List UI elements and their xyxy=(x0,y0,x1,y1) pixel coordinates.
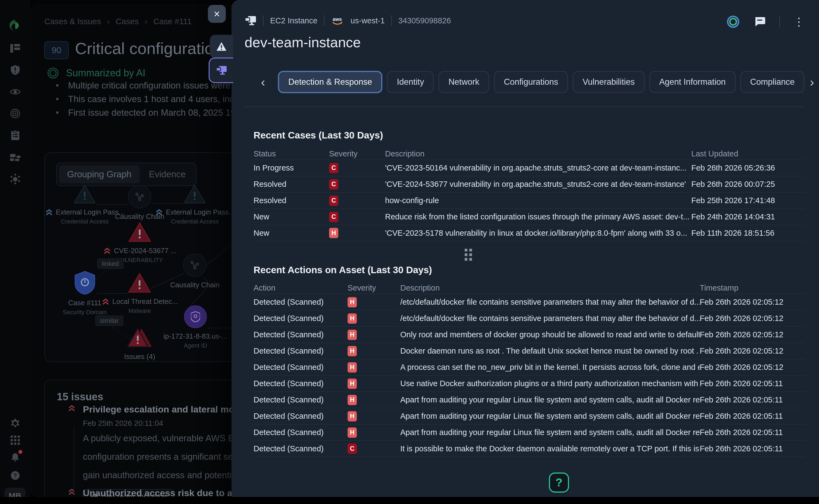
brand-logo[interactable] xyxy=(9,19,21,32)
case-last-updated: Feb 24th 2026 14:04:31 xyxy=(691,212,805,221)
severity-chevrons-icon xyxy=(68,405,76,412)
graph-tab[interactable]: Evidence xyxy=(141,165,194,183)
breadcrumb-item[interactable]: Case #111 xyxy=(153,17,191,26)
action-description: A process can set the no_new_priv bit in… xyxy=(400,363,700,372)
graph-node-label: ip-172-31-8-83.us-... xyxy=(163,332,227,341)
graph-node-label: Issues (4) xyxy=(124,352,155,361)
alerts-side-tab[interactable] xyxy=(210,35,233,58)
recent-case-row[interactable]: Resolved C how-config-rule Feb 25th 2026… xyxy=(253,192,805,209)
recent-action-row[interactable]: Detected (Scanned) H Use native Docker a… xyxy=(253,375,805,392)
kebab-menu-icon[interactable]: ⋮ xyxy=(793,16,804,27)
action-timestamp: Feb 26th 2026 02:05:12 xyxy=(700,330,805,339)
recent-action-row[interactable]: Detected (Scanned) H Only root and membe… xyxy=(253,326,805,343)
svg-text:aws: aws xyxy=(332,17,342,22)
panel-tab[interactable]: Compliance xyxy=(741,71,805,93)
dashboard-icon[interactable] xyxy=(10,44,20,53)
graph-node-glyph xyxy=(74,271,95,295)
breadcrumb-item[interactable]: Cases & Issues xyxy=(44,17,101,26)
severity-badge: H xyxy=(347,427,357,438)
recent-case-row[interactable]: In Progress C 'CVE-2023-50164 vulnerabil… xyxy=(253,160,805,176)
region-label: us-west-1 xyxy=(350,16,385,25)
recent-case-row[interactable]: New H 'CVE-2023-5178 vulnerability in li… xyxy=(253,225,805,241)
graph-node[interactable]: External Login Pass...Credential Access xyxy=(155,184,231,225)
recent-action-row[interactable]: Detected (Scanned) H Docker daemon runs … xyxy=(253,343,805,359)
graph-node-glyph xyxy=(183,254,206,277)
recent-action-row[interactable]: Detected (Scanned) H A process can set t… xyxy=(253,359,805,375)
graph-node[interactable]: Issues (4) xyxy=(124,327,155,361)
action-timestamp: Feb 26th 2026 02:05:11 xyxy=(700,412,805,421)
recent-action-row[interactable]: Detected (Scanned) H Apart from auditing… xyxy=(253,424,805,440)
help-icon[interactable]: ? xyxy=(10,471,20,480)
action-description: Use native Docker authorization plugins … xyxy=(400,379,700,388)
action-type: Detected (Scanned) xyxy=(253,347,347,355)
graph-node-glyph xyxy=(125,327,155,349)
asset-title: dev-team-instance xyxy=(244,34,361,51)
case-status: In Progress xyxy=(253,163,329,172)
ai-rings-icon[interactable] xyxy=(726,15,740,29)
case-description: how-config-rule xyxy=(385,196,691,205)
target-icon[interactable] xyxy=(10,109,20,118)
bullet-dot: • xyxy=(56,80,59,91)
gear-icon[interactable] xyxy=(10,418,20,428)
severity-badge: H xyxy=(347,362,357,373)
panel-tab[interactable]: Detection & Response xyxy=(278,71,382,93)
aws-logo-icon: aws xyxy=(331,16,344,25)
action-type: Detected (Scanned) xyxy=(253,314,347,323)
recent-case-row[interactable]: Resolved C 'CVE-2024-53677 vulnerability… xyxy=(253,176,805,192)
recent-action-row[interactable]: Detected (Scanned) H /etc/default/docker… xyxy=(253,294,805,310)
action-timestamp: Feb 26th 2026 02:05:12 xyxy=(700,314,805,323)
panel-tab[interactable]: Vulnerabilities xyxy=(573,71,645,93)
recent-cases-table-body: In Progress C 'CVE-2023-50164 vulnerabil… xyxy=(253,160,805,241)
shield-alert-icon[interactable] xyxy=(11,65,20,75)
graph-node[interactable]: ip-172-31-8-83.us-...Agent ID xyxy=(163,305,227,349)
graph-node[interactable]: Case #111Security Domain xyxy=(63,271,106,316)
graph-tab[interactable]: Grouping Graph xyxy=(59,165,140,183)
eye-icon[interactable] xyxy=(10,88,21,95)
column-header: Status xyxy=(253,149,329,158)
breadcrumb[interactable]: Cases & Issues›Cases›Case #111 xyxy=(44,17,191,26)
column-header: Action xyxy=(253,283,347,292)
panel-tab[interactable]: Identity xyxy=(387,71,434,93)
chat-icon[interactable] xyxy=(754,16,766,27)
bell-icon[interactable] xyxy=(10,452,20,462)
panel-tab[interactable]: Configurations xyxy=(494,71,568,93)
recent-action-row[interactable]: Detected (Scanned) H /etc/default/docker… xyxy=(253,310,805,326)
recent-action-row[interactable]: Detected (Scanned) H Apart from auditing… xyxy=(253,392,805,408)
apps-grid-icon[interactable] xyxy=(11,436,20,445)
panel-tab[interactable]: Network xyxy=(439,71,489,93)
action-description: /etc/default/docker file contains sensit… xyxy=(400,314,700,323)
breadcrumb-item[interactable]: Cases xyxy=(115,17,139,26)
issues-card: 15 issues Privilege escalation and later… xyxy=(44,380,231,504)
breadcrumb-chevron-icon: › xyxy=(145,17,147,26)
action-type: Detected (Scanned) xyxy=(253,363,347,372)
graph-node-sublabel: Agent ID xyxy=(184,342,207,349)
recent-case-row[interactable]: New C Reduce risk from the listed config… xyxy=(253,209,805,225)
recent-action-row[interactable]: Detected (Scanned) H Apart from auditing… xyxy=(253,408,805,424)
column-header: Description xyxy=(385,149,691,158)
severity-badge: C xyxy=(329,212,338,222)
severity-badge: C xyxy=(329,179,338,190)
asset-side-tab[interactable] xyxy=(209,58,233,83)
graph-node[interactable]: CVE-2024-53677 ...VULNERABILITY xyxy=(103,222,176,264)
hive-icon[interactable] xyxy=(10,174,21,184)
graph-node-glyph xyxy=(128,185,151,209)
panel-tab[interactable]: Agent Information xyxy=(650,71,736,93)
graph-node[interactable]: External Login Pass...Credential Access xyxy=(45,184,125,225)
tabs-scroll-right-icon[interactable]: › xyxy=(804,75,819,89)
graph-node[interactable]: Causality Chain xyxy=(170,254,219,289)
severity-badge: H xyxy=(347,346,357,356)
drag-handle[interactable] xyxy=(465,249,472,261)
case-last-updated: Feb 25th 2026 17:41:48 xyxy=(691,196,805,205)
window-bottom-bar xyxy=(0,497,819,504)
help-button[interactable]: ? xyxy=(549,473,569,493)
severity-chevrons-icon xyxy=(68,488,76,495)
action-timestamp: Feb 26th 2026 02:05:11 xyxy=(700,428,805,437)
recent-action-row[interactable]: Detected (Scanned) C It is possible to m… xyxy=(253,440,805,457)
close-icon[interactable]: × xyxy=(208,5,226,23)
action-description: Docker daemon runs as root . The default… xyxy=(400,347,700,355)
graph-node-label: External Login Pass... xyxy=(155,208,231,216)
action-type: Detected (Scanned) xyxy=(253,379,347,388)
tabs-scroll-left-icon[interactable]: ‹ xyxy=(255,75,271,89)
clipboard-icon[interactable] xyxy=(11,130,19,140)
blocks-icon[interactable] xyxy=(10,153,20,162)
